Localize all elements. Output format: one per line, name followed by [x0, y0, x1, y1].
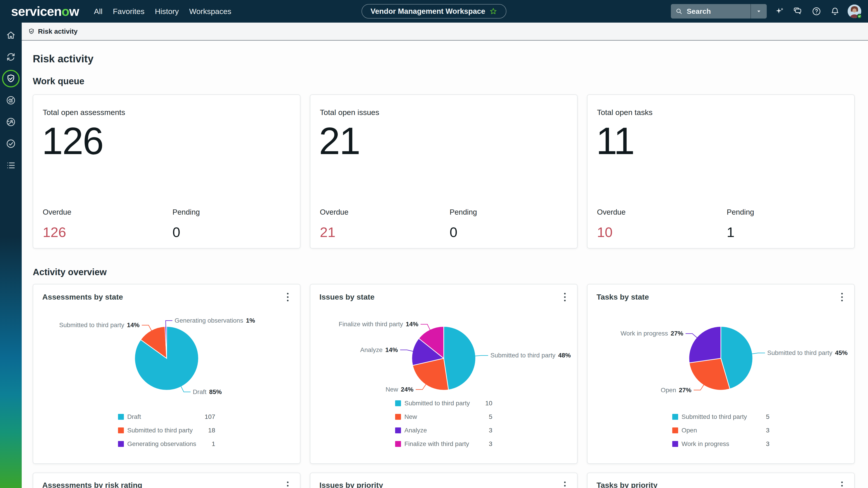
nav-item-workspaces[interactable]: Workspaces — [189, 0, 231, 23]
legend-item[interactable]: Analyze3 — [395, 427, 492, 434]
ai-sparkle-icon — [775, 6, 784, 16]
kpi-total-value[interactable]: 126 — [42, 119, 103, 163]
workspace-switcher-pill[interactable]: Vendor Management Workspace — [362, 4, 506, 19]
chart-title: Assessments by risk rating — [42, 481, 142, 488]
kpi-total-value[interactable]: 21 — [319, 119, 360, 163]
legend-swatch — [395, 427, 401, 433]
pending-label: Pending — [173, 208, 290, 217]
legend-swatch — [672, 441, 678, 447]
risk-shield-icon — [6, 74, 16, 84]
activity-overview-heading: Activity overview — [33, 267, 855, 277]
pie-slice-label: Generating observations1% — [175, 317, 255, 324]
kebab-icon — [287, 293, 289, 302]
legend-swatch — [395, 414, 401, 420]
legend-value: 1 — [212, 440, 215, 448]
legend-item[interactable]: Submitted to third party5 — [672, 413, 770, 420]
pie-chart[interactable]: Submitted to third party48%New24%Analyze… — [310, 305, 577, 411]
chevron-down-icon — [756, 8, 762, 14]
favorite-star-icon[interactable] — [489, 7, 498, 15]
legend-label: Submitted to third party — [127, 427, 193, 434]
legend-swatch — [118, 441, 124, 447]
overdue-label: Overdue — [597, 208, 721, 217]
search-input[interactable]: Search — [671, 4, 767, 19]
home-icon — [6, 30, 16, 40]
servicenow-logo[interactable]: servicenow — [11, 4, 79, 19]
legend-label: Finalize with third party — [404, 440, 469, 448]
header-actions: Search — [671, 0, 861, 23]
chat-icon — [793, 6, 803, 16]
legend-item[interactable]: Submitted to third party18 — [118, 427, 215, 434]
pending-value[interactable]: 1 — [727, 224, 845, 240]
legend-value: 3 — [766, 427, 770, 434]
legend-item[interactable]: New5 — [395, 413, 492, 420]
ai-sparkle-button[interactable] — [774, 5, 785, 17]
performance-icon — [6, 95, 16, 105]
legend-swatch — [118, 427, 124, 433]
search-scope-dropdown[interactable] — [750, 4, 767, 19]
sidebar — [0, 23, 22, 488]
overdue-value[interactable]: 126 — [43, 224, 166, 240]
overdue-label: Overdue — [320, 208, 444, 217]
tab-bar: Risk activity — [22, 23, 868, 41]
kebab-menu-button[interactable] — [837, 480, 847, 488]
work-queue-card: Total open assessments 126 Overdue 126 P… — [33, 94, 301, 249]
kebab-menu-button[interactable] — [282, 291, 293, 303]
legend-value: 18 — [208, 427, 215, 434]
pending-value[interactable]: 0 — [173, 224, 290, 240]
kebab-menu-button[interactable] — [837, 291, 847, 303]
sidebar-item-engagement[interactable] — [0, 111, 22, 133]
legend-item[interactable]: Work in progress3 — [672, 440, 770, 448]
breadcrumb[interactable]: Risk activity — [28, 28, 78, 35]
chart-title: Issues by state — [319, 293, 557, 301]
work-queue-card: Total open tasks 11 Overdue 10 Pending 1 — [587, 94, 855, 249]
sidebar-item-sync[interactable] — [0, 46, 22, 68]
legend-item[interactable]: Draft107 — [118, 413, 215, 420]
kpi-total-value[interactable]: 11 — [596, 119, 634, 163]
legend-label: New — [404, 413, 417, 420]
legend-value: 5 — [489, 413, 492, 420]
pie-slice-label: Open27% — [661, 387, 691, 394]
overdue-value[interactable]: 10 — [597, 224, 721, 240]
pending-label: Pending — [727, 208, 845, 217]
sidebar-item-lists[interactable] — [0, 155, 22, 176]
kebab-menu-button[interactable] — [559, 291, 570, 303]
legend-label: Work in progress — [682, 440, 729, 448]
pie-chart[interactable]: Draft85%Submitted to third party14%Gener… — [33, 305, 300, 411]
kebab-icon — [841, 481, 843, 488]
nav-item-all[interactable]: All — [94, 0, 103, 23]
search-field[interactable]: Search — [671, 4, 750, 19]
legend-item[interactable]: Finalize with third party3 — [395, 440, 492, 448]
work-queue-row: Total open assessments 126 Overdue 126 P… — [33, 94, 855, 249]
legend-item[interactable]: Generating observations1 — [118, 440, 215, 448]
legend-label: Submitted to third party — [682, 413, 747, 420]
legend-item[interactable]: Open3 — [672, 427, 770, 434]
legend-item[interactable]: Submitted to third party10 — [395, 400, 492, 407]
overdue-value[interactable]: 21 — [320, 224, 444, 240]
chat-button[interactable] — [792, 5, 804, 17]
pending-value[interactable]: 0 — [450, 224, 567, 240]
work-queue-heading: Work queue — [33, 76, 855, 86]
help-button[interactable] — [811, 5, 822, 17]
notifications-button[interactable] — [829, 5, 841, 17]
sidebar-item-performance[interactable] — [0, 90, 22, 111]
pie-chart[interactable]: Submitted to third party45%Open27%Work i… — [587, 305, 854, 411]
legend-swatch — [395, 441, 401, 447]
kebab-menu-button[interactable] — [282, 480, 293, 488]
legend-label: Analyze — [404, 427, 427, 434]
kpi-title: Total open issues — [320, 108, 379, 117]
pie-slice-label: Analyze14% — [360, 346, 398, 353]
user-avatar[interactable] — [848, 4, 861, 18]
chart-legend: Submitted to third party10New5Analyze3Fi… — [310, 400, 577, 448]
chart-title: Assessments by state — [42, 293, 280, 301]
sidebar-item-tasks[interactable] — [0, 133, 22, 155]
legend-swatch — [672, 427, 678, 433]
nav-item-history[interactable]: History — [155, 0, 179, 23]
kebab-menu-button[interactable] — [559, 480, 570, 488]
sidebar-item-home[interactable] — [0, 24, 22, 46]
active-item-ring — [2, 70, 20, 88]
chart-legend: Draft107Submitted to third party18Genera… — [33, 413, 300, 448]
sidebar-item-risk[interactable] — [0, 68, 22, 90]
nav-item-favorites[interactable]: Favorites — [113, 0, 145, 23]
pie-slice-label: New24% — [385, 386, 414, 393]
legend-value: 5 — [766, 413, 770, 420]
